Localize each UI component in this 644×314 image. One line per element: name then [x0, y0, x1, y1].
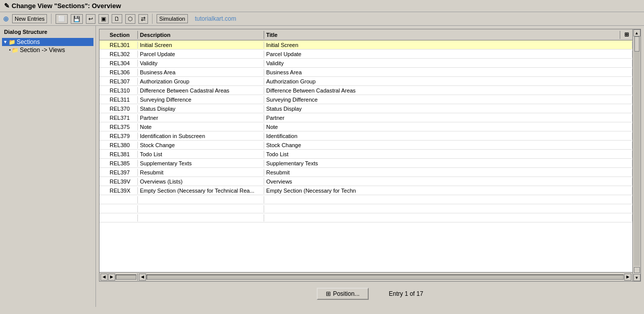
copy-button[interactable]: ⬜: [56, 14, 68, 24]
settings-button[interactable]: ⇄: [138, 14, 148, 24]
navigate-icon: ▣: [101, 16, 106, 22]
col-header-description[interactable]: Description: [138, 31, 264, 39]
tree-item-sections[interactable]: ▼ 📁 Sections: [2, 38, 93, 46]
simulation-button[interactable]: Simulation: [157, 14, 187, 23]
td-title-7: Status Display: [264, 105, 632, 112]
right-panel: Section Description Title ⊞ REL301 Initi…: [96, 26, 644, 307]
td-title-12: Todo List: [264, 151, 632, 158]
settings-icon: ⇄: [141, 16, 145, 22]
vscroll-checkbox[interactable]: [634, 267, 640, 273]
td-section-7: REL370: [108, 105, 138, 112]
td-section-9: REL375: [108, 123, 138, 130]
td-section-13: REL385: [108, 160, 138, 167]
hscroll-left-arrow[interactable]: ◀: [101, 274, 108, 281]
td-description-6: Surveying Difference: [138, 96, 264, 103]
td-section-4: REL307: [108, 78, 138, 85]
new-entries-button[interactable]: New Entries: [12, 14, 47, 23]
vertical-scrollbar: ▲ ▼: [632, 29, 640, 281]
td-description-3: Business Area: [138, 69, 264, 76]
copy2-button[interactable]: ⬡: [125, 14, 135, 24]
hscroll-right-right-arrow[interactable]: ▶: [624, 274, 631, 281]
separator-1: [51, 14, 52, 24]
position-button[interactable]: ⊞ Position...: [317, 288, 369, 300]
table-row[interactable]: REL371 Partner Partner: [100, 113, 632, 122]
position-label: Position...: [333, 290, 360, 297]
hscroll-left-track[interactable]: [116, 275, 136, 280]
toolbar: ⊕ New Entries ⬜ 💾 ↩ ▣ 🗋 ⬡ ⇄ Simulation t…: [0, 12, 644, 26]
td-section-0: REL301: [108, 41, 138, 49]
td-description-9: Note: [138, 123, 264, 130]
td-title-2: Validity: [264, 60, 632, 67]
table-row[interactable]: REL311 Surveying Difference Surveying Di…: [100, 95, 632, 104]
table-row[interactable]: REL307 Authorization Group Authorization…: [100, 77, 632, 86]
td-description-2: Validity: [138, 60, 264, 67]
table-rows-container: REL301 Initial Screen Initial Screen REL…: [100, 40, 632, 195]
td-title-4: Authorization Group: [264, 78, 632, 85]
table-row[interactable]: REL385 Supplementary Texts Supplementary…: [100, 159, 632, 168]
td-description-0: Initial Screen: [138, 41, 264, 49]
page-title: Change View "Sections": Overview: [12, 2, 121, 10]
table-row[interactable]: REL301 Initial Screen Initial Screen: [100, 40, 632, 50]
col-header-section[interactable]: Section: [108, 31, 138, 39]
watermark-text: tutorialkart.com: [195, 15, 236, 22]
table-row[interactable]: REL306 Business Area Business Area: [100, 68, 632, 77]
empty-td-2c: [264, 205, 632, 212]
table-row[interactable]: REL375 Note Note: [100, 122, 632, 131]
td-title-14: Resubmit: [264, 169, 632, 176]
td-description-10: Identification in Subscreen: [138, 132, 264, 140]
hscroll-right-left-arrow[interactable]: ◀: [139, 274, 146, 281]
save-button[interactable]: 💾: [71, 14, 83, 24]
td-section-2: REL304: [108, 60, 138, 67]
td-section-8: REL371: [108, 114, 138, 121]
td-description-5: Difference Between Cadastral Areas: [138, 87, 264, 94]
empty-td-2b: [138, 205, 264, 212]
col-header-title[interactable]: Title: [264, 31, 620, 39]
tree-item-section-views[interactable]: • 📁 Section -> Views: [8, 46, 93, 54]
td-description-15: Overviews (Lists): [138, 178, 264, 185]
td-title-1: Parcel Update: [264, 51, 632, 58]
table-row[interactable]: REL304 Validity Validity: [100, 59, 632, 68]
horizontal-scrollbar: ◀ ▶ ◀ ▶: [100, 272, 632, 281]
td-description-13: Supplementary Texts: [138, 160, 264, 167]
table-row[interactable]: REL39V Overviews (Lists) Overviews: [100, 177, 632, 186]
table-row[interactable]: REL379 Identification in Subscreen Ident…: [100, 131, 632, 141]
vscroll-thumb[interactable]: [634, 36, 639, 52]
empty-td-2a: [108, 205, 138, 212]
td-description-11: Stock Change: [138, 142, 264, 149]
table-header: Section Description Title ⊞: [100, 29, 632, 40]
td-description-12: Todo List: [138, 151, 264, 158]
table-row[interactable]: REL310 Difference Between Cadastral Area…: [100, 86, 632, 95]
table-row[interactable]: REL302 Parcel Update Parcel Update: [100, 50, 632, 59]
empty-row-2: [100, 204, 632, 213]
simulation-label: Simulation: [159, 16, 185, 22]
td-section-16: REL39X: [108, 187, 138, 194]
empty-td-3a: [108, 214, 138, 221]
table-settings-icon[interactable]: ⊞: [620, 30, 632, 39]
td-section-5: REL310: [108, 87, 138, 94]
table-row[interactable]: REL397 Resubmit Resubmit: [100, 168, 632, 177]
table-row[interactable]: REL380 Stock Change Stock Change: [100, 141, 632, 150]
td-title-0: Initial Screen: [264, 41, 632, 49]
table-row[interactable]: REL381 Todo List Todo List: [100, 150, 632, 159]
info-icon: 🗋: [114, 16, 120, 22]
vscroll-track: [634, 36, 640, 266]
main-content: Dialog Structure ▼ 📁 Sections • 📁 Sectio…: [0, 26, 644, 307]
section-views-folder-icon: 📁: [12, 47, 19, 54]
undo-button[interactable]: ↩: [86, 14, 95, 24]
td-title-3: Business Area: [264, 69, 632, 76]
td-title-8: Partner: [264, 114, 632, 121]
sections-folder-icon: 📁: [9, 39, 16, 46]
save-icon: 💾: [73, 16, 80, 22]
hscroll-right-track[interactable]: [146, 275, 624, 280]
table-row[interactable]: REL39X Empty Section (Necessary for Tech…: [100, 186, 632, 195]
info-button[interactable]: 🗋: [112, 14, 122, 23]
dialog-structure-title: Dialog Structure: [2, 28, 93, 36]
empty-row-1: [100, 195, 632, 204]
td-description-8: Partner: [138, 114, 264, 121]
hscroll-right-arrow[interactable]: ▶: [108, 274, 115, 281]
navigate-button[interactable]: ▣: [98, 14, 109, 24]
vscroll-up-arrow[interactable]: ▲: [633, 29, 640, 36]
empty-td-1a: [108, 196, 138, 203]
table-row[interactable]: REL370 Status Display Status Display: [100, 104, 632, 113]
vscroll-down-arrow[interactable]: ▼: [633, 274, 640, 281]
